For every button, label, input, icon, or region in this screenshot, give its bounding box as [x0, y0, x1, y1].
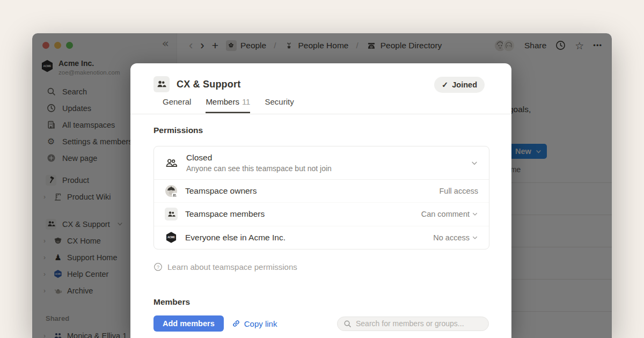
- add-members-button[interactable]: Add members: [153, 315, 224, 332]
- members-toolbar: Add members Copy link: [153, 315, 489, 332]
- permission-row-label: Teamspace members: [185, 209, 265, 219]
- learn-permissions-link[interactable]: ? Learn about teamspace permissions: [153, 262, 297, 271]
- copy-link-button[interactable]: Copy link: [232, 319, 277, 328]
- svg-text:ACME: ACME: [167, 237, 175, 239]
- acme-logo-icon: ACME: [165, 231, 178, 244]
- permission-row-members: Teamspace members Can comment: [154, 202, 489, 225]
- members-heading: Members: [153, 297, 190, 307]
- tabs-divider: [130, 114, 511, 114]
- teamspace-settings-modal: CX & Support ✓ Joined General Members11 …: [130, 63, 511, 338]
- tab-general[interactable]: General: [163, 97, 191, 113]
- learn-link-label: Learn about teamspace permissions: [167, 262, 297, 271]
- permission-value-owners: Full access: [439, 187, 478, 195]
- tab-security[interactable]: Security: [265, 97, 294, 113]
- members-search-input[interactable]: [356, 319, 482, 328]
- app-window: « ACME Acme Inc. zoe@makenotion.com Sear…: [32, 33, 612, 338]
- owners-avatar: [165, 185, 178, 197]
- access-level-dropdown[interactable]: Closed Anyone can see this teamspace but…: [154, 146, 489, 180]
- permissions-card: Closed Anyone can see this teamspace but…: [153, 146, 489, 249]
- members-search[interactable]: [337, 317, 489, 331]
- permission-row-label: Teamspace owners: [185, 186, 257, 196]
- people-icon: [165, 208, 178, 221]
- permission-dropdown-everyone[interactable]: No access: [433, 233, 478, 242]
- modal-title: CX & Support: [177, 79, 240, 90]
- search-icon: [343, 320, 352, 328]
- check-icon: ✓: [442, 80, 448, 89]
- joined-label: Joined: [452, 80, 477, 89]
- permission-row-owners: Teamspace owners Full access: [154, 180, 489, 202]
- permission-row-label: Everyone else in Acme Inc.: [185, 233, 286, 243]
- access-level-subtitle: Anyone can see this teamspace but not jo…: [186, 164, 332, 173]
- link-icon: [232, 319, 240, 328]
- people-outline-icon: [165, 157, 178, 170]
- modal-tabs: General Members11 Security: [163, 97, 294, 113]
- copy-link-label: Copy link: [244, 319, 277, 328]
- chevron-down-icon: [472, 211, 478, 217]
- permissions-heading: Permissions: [153, 126, 203, 135]
- question-circle-icon: ?: [153, 262, 163, 271]
- tab-members[interactable]: Members11: [206, 97, 250, 113]
- joined-button[interactable]: ✓ Joined: [434, 77, 485, 93]
- teamspace-people-icon: [153, 76, 170, 92]
- chevron-down-icon: [471, 159, 478, 167]
- permission-dropdown-members[interactable]: Can comment: [421, 210, 478, 218]
- chevron-down-icon: [472, 234, 478, 241]
- svg-text:?: ?: [157, 264, 159, 270]
- permission-row-everyone: ACME Everyone else in Acme Inc. No acces…: [154, 226, 489, 249]
- access-level-title: Closed: [186, 153, 332, 163]
- members-count-badge: 11: [242, 97, 251, 106]
